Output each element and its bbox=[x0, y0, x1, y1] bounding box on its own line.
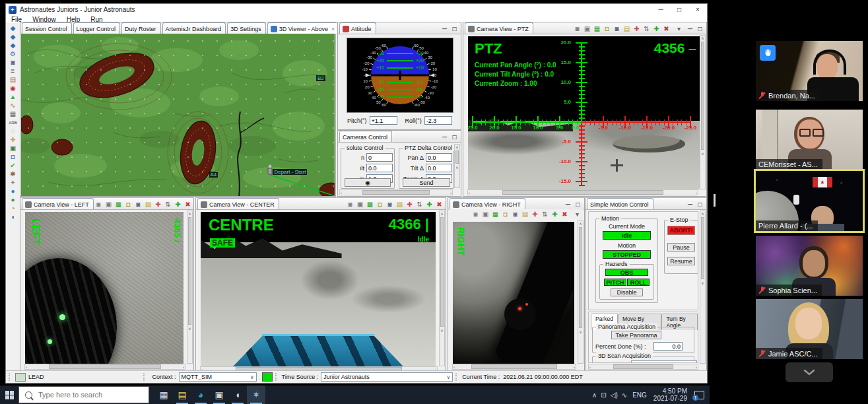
overlay-toggle-icon[interactable]: ▤ bbox=[520, 209, 530, 219]
globe-check-icon[interactable]: ✔ bbox=[6, 161, 20, 170]
swap-view-icon[interactable]: ⇅ bbox=[540, 209, 550, 219]
cameras-vscrollbar[interactable]: ∧∨ bbox=[454, 144, 460, 188]
take-panorama-button[interactable]: Take Panorama bbox=[611, 331, 661, 339]
window-divider-handle[interactable] bbox=[714, 194, 716, 207]
camera-settings-icon[interactable]: ◙ bbox=[133, 199, 143, 209]
tab-duty-roster[interactable]: Duty Roster bbox=[121, 22, 161, 34]
tab-camera-ptz[interactable]: Camera View - PTZ bbox=[465, 22, 533, 34]
minimize-panel-icon[interactable]: ─ bbox=[440, 24, 450, 34]
add-view-icon[interactable]: ✚ bbox=[424, 199, 434, 209]
absolute-field[interactable] bbox=[366, 153, 393, 162]
list-icon[interactable]: ≡ bbox=[6, 67, 20, 75]
crosshair-icon[interactable]: ✚ bbox=[632, 24, 642, 34]
roll-field[interactable] bbox=[424, 116, 452, 125]
close-view-icon[interactable]: ✖ bbox=[661, 24, 671, 34]
pitch-field[interactable] bbox=[370, 116, 397, 125]
save-image-icon[interactable]: ◘ bbox=[123, 199, 133, 209]
add-view-icon[interactable]: ✚ bbox=[173, 199, 183, 209]
tab-artemisjr-dashboard[interactable]: ArtemisJr Dashboard bbox=[162, 22, 226, 34]
tab-camera-right[interactable]: Camera View - RIGHT bbox=[450, 198, 525, 209]
overlay-toggle-icon[interactable]: ▤ bbox=[143, 199, 153, 209]
grid-overlay-icon[interactable]: ▦ bbox=[592, 24, 602, 34]
grid-overlay-icon[interactable]: ▦ bbox=[365, 199, 375, 209]
minimize-panel-icon[interactable]: ─ bbox=[685, 199, 695, 209]
fit-window-icon[interactable]: ▣ bbox=[355, 199, 365, 209]
view-menu-icon[interactable]: ▾ bbox=[674, 24, 684, 34]
save-image-icon[interactable]: ◘ bbox=[375, 199, 385, 209]
time-source-select[interactable]: Junior Astronauts∨ bbox=[321, 372, 453, 382]
maximize-panel-icon[interactable]: □ bbox=[450, 24, 459, 34]
astronauts-app-icon[interactable]: ✶ bbox=[247, 386, 265, 404]
fit-window-icon[interactable]: ▣ bbox=[481, 209, 490, 219]
edge-icon[interactable]: ◕ bbox=[191, 386, 210, 404]
maximize-panel-icon[interactable]: □ bbox=[695, 199, 705, 209]
participant-tile[interactable]: Brendan, Na... bbox=[756, 41, 863, 101]
center-vscrollbar[interactable]: ∧∨ bbox=[439, 211, 445, 366]
ptz-vscrollbar[interactable]: ∧∨ bbox=[700, 35, 706, 189]
camera-settings-icon[interactable]: ◙ bbox=[612, 24, 622, 34]
delta-field[interactable] bbox=[426, 164, 452, 172]
resume-button[interactable]: Resume bbox=[667, 257, 695, 265]
task-view-icon[interactable]: ▦ bbox=[154, 386, 173, 404]
tab-session-control[interactable]: Session Control bbox=[22, 22, 72, 34]
right-hscrollbar[interactable]: ‹› bbox=[452, 364, 576, 370]
action-center-icon[interactable]: 1 bbox=[694, 391, 704, 399]
clamp-icon[interactable]: ◔ bbox=[6, 204, 20, 213]
context-select[interactable]: MQTT_SIM∨ bbox=[179, 372, 257, 382]
link-icon[interactable]: ∿ bbox=[620, 391, 629, 399]
close-view-icon[interactable]: ✖ bbox=[560, 209, 570, 219]
tab-cameras-control[interactable]: Cameras Control bbox=[339, 131, 392, 142]
grid-overlay-icon[interactable]: ▦ bbox=[114, 199, 123, 209]
map-3d-viewport[interactable]: A4Depart - StartB2 bbox=[21, 34, 335, 196]
tab-attitude[interactable]: Attitude bbox=[339, 22, 376, 34]
fit-window-icon[interactable]: ▣ bbox=[582, 24, 592, 34]
abort-button[interactable]: ABORT! bbox=[667, 226, 695, 235]
tray-chevron-icon[interactable]: ∧ bbox=[590, 391, 599, 399]
swap-view-icon[interactable]: ⇅ bbox=[163, 199, 173, 209]
participant-tile[interactable]: Sophia Scien... bbox=[756, 236, 863, 296]
app-badge-icon[interactable]: ◆ bbox=[6, 32, 20, 41]
minimize-window-icon[interactable]: ─ bbox=[651, 4, 670, 15]
tab-camera-left[interactable]: Camera View - LEFT bbox=[22, 198, 94, 209]
panorama-icon[interactable]: ▤ bbox=[6, 75, 20, 84]
app-badge-icon[interactable]: ◆ bbox=[6, 41, 20, 50]
minimize-panel-icon[interactable]: ─ bbox=[440, 132, 450, 142]
snapshot-icon[interactable]: ◙ bbox=[471, 209, 481, 219]
participant-tile[interactable]: Jamie ASC/C... bbox=[756, 299, 863, 359]
language-indicator[interactable]: ENG bbox=[630, 391, 649, 399]
motion-vscrollbar[interactable]: ∧∨ bbox=[700, 211, 706, 364]
maximize-window-icon[interactable]: □ bbox=[670, 4, 688, 15]
search-input[interactable] bbox=[37, 390, 139, 399]
tab-3d-settings[interactable]: 3D Settings bbox=[227, 22, 266, 34]
pause-button[interactable]: Pause bbox=[667, 243, 695, 252]
absolute-send-button[interactable]: ◉ bbox=[345, 178, 391, 187]
participant-tile[interactable]: CEMorisset - AS... bbox=[756, 110, 863, 170]
tab-simple-motion-control[interactable]: Simple Motion Control bbox=[587, 198, 653, 209]
map-icon[interactable]: ▣ bbox=[6, 144, 20, 152]
volume-icon[interactable]: ◁) bbox=[609, 391, 620, 399]
overlay-toggle-icon[interactable]: ▤ bbox=[622, 24, 632, 34]
taskbar-clock[interactable]: 4:50 PM 2021-07-29 bbox=[650, 387, 690, 402]
camera-alert-icon[interactable]: ◉ bbox=[6, 84, 20, 92]
globe-blue-icon[interactable]: ● bbox=[6, 187, 20, 195]
file-explorer-icon[interactable]: ▤ bbox=[173, 386, 191, 404]
minimize-panel-icon[interactable]: ─ bbox=[563, 199, 573, 209]
swap-view-icon[interactable]: ⇅ bbox=[415, 199, 424, 209]
fov-size-select[interactable]: 45 degrees∨ bbox=[631, 360, 697, 363]
tools-icon[interactable]: ✱ bbox=[6, 170, 20, 178]
operator-icon[interactable]: ◙ bbox=[6, 58, 20, 67]
add-view-icon[interactable]: ✚ bbox=[651, 24, 661, 34]
grid-overlay-icon[interactable]: ▦ bbox=[490, 209, 500, 219]
antenna-icon[interactable]: ▲ bbox=[6, 92, 20, 101]
cameras-hscrollbar[interactable]: ‹› bbox=[339, 189, 453, 195]
maximize-panel-icon[interactable]: □ bbox=[695, 24, 705, 34]
start-button[interactable] bbox=[0, 386, 18, 404]
crosshair-icon[interactable]: ✚ bbox=[405, 199, 415, 209]
add-view-icon[interactable]: ✚ bbox=[550, 209, 560, 219]
settings-icon[interactable]: ⚙ bbox=[6, 50, 20, 58]
fit-window-icon[interactable]: ▣ bbox=[104, 199, 114, 209]
tab-3d-viewer-above[interactable]: 3D Viewer - Above× bbox=[267, 22, 340, 34]
overlay-toggle-icon[interactable]: ▤ bbox=[395, 199, 405, 209]
motion-hscrollbar[interactable]: ‹› bbox=[588, 364, 698, 370]
camera-settings-icon[interactable]: ◙ bbox=[385, 199, 395, 209]
